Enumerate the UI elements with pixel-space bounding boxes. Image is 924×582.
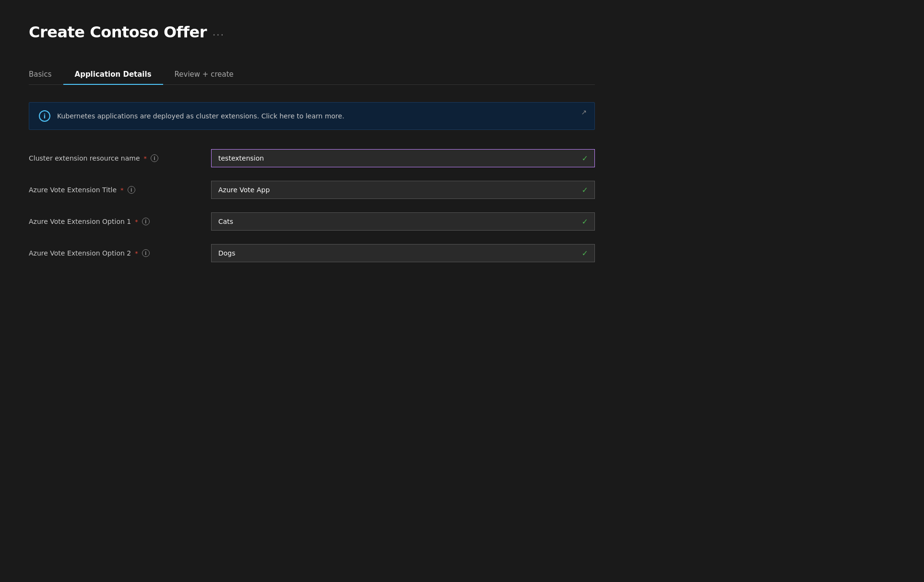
checkmark-azure-vote-title: ✓ xyxy=(582,186,588,195)
checkmark-azure-vote-option1: ✓ xyxy=(582,217,588,226)
required-star-cluster-extension: * xyxy=(144,155,147,162)
form-section: Cluster extension resource name * i ✓ Az… xyxy=(29,149,595,262)
form-row-azure-vote-title: Azure Vote Extension Title * i ✓ xyxy=(29,181,595,199)
label-group-cluster-extension: Cluster extension resource name * i xyxy=(29,154,192,162)
info-icon-cluster-extension[interactable]: i xyxy=(151,154,158,162)
ellipsis-menu[interactable]: ... xyxy=(213,26,225,38)
label-azure-vote-title: Azure Vote Extension Title xyxy=(29,186,117,194)
label-group-azure-vote-title: Azure Vote Extension Title * i xyxy=(29,186,192,194)
input-cluster-extension[interactable] xyxy=(211,149,595,167)
form-row-azure-vote-option2: Azure Vote Extension Option 2 * i ✓ xyxy=(29,244,595,262)
tabs-container: Basics Application Details Review + crea… xyxy=(29,64,595,85)
info-circle-icon: i xyxy=(39,110,50,122)
input-azure-vote-title[interactable] xyxy=(211,181,595,199)
input-azure-vote-option1[interactable] xyxy=(211,212,595,231)
label-azure-vote-option2: Azure Vote Extension Option 2 xyxy=(29,249,131,257)
expand-icon[interactable]: ↗ xyxy=(581,108,587,116)
form-row-cluster-extension: Cluster extension resource name * i ✓ xyxy=(29,149,595,167)
tab-review-create[interactable]: Review + create xyxy=(163,64,245,84)
input-azure-vote-option2[interactable] xyxy=(211,244,595,262)
input-wrapper-azure-vote-option2: ✓ xyxy=(211,244,595,262)
tab-basics[interactable]: Basics xyxy=(29,64,63,84)
page-title: Create Contoso Offer xyxy=(29,23,207,41)
tab-application-details[interactable]: Application Details xyxy=(63,64,163,84)
required-star-azure-vote-option2: * xyxy=(135,250,138,257)
label-group-azure-vote-option1: Azure Vote Extension Option 1 * i xyxy=(29,218,192,225)
info-banner: i Kubernetes applications are deployed a… xyxy=(29,102,595,130)
label-cluster-extension: Cluster extension resource name xyxy=(29,154,140,162)
label-group-azure-vote-option2: Azure Vote Extension Option 2 * i xyxy=(29,249,192,257)
info-icon-azure-vote-option2[interactable]: i xyxy=(142,249,150,257)
required-star-azure-vote-option1: * xyxy=(135,218,138,225)
label-azure-vote-option1: Azure Vote Extension Option 1 xyxy=(29,218,131,225)
required-star-azure-vote-title: * xyxy=(120,186,124,194)
info-icon-azure-vote-option1[interactable]: i xyxy=(142,218,150,225)
checkmark-azure-vote-option2: ✓ xyxy=(582,249,588,258)
form-row-azure-vote-option1: Azure Vote Extension Option 1 * i ✓ xyxy=(29,212,595,231)
input-wrapper-azure-vote-title: ✓ xyxy=(211,181,595,199)
info-icon-azure-vote-title[interactable]: i xyxy=(128,186,135,194)
input-wrapper-azure-vote-option1: ✓ xyxy=(211,212,595,231)
input-wrapper-cluster-extension: ✓ xyxy=(211,149,595,167)
checkmark-cluster-extension: ✓ xyxy=(582,154,588,163)
info-banner-text[interactable]: Kubernetes applications are deployed as … xyxy=(57,112,344,120)
page-title-row: Create Contoso Offer ... xyxy=(29,23,595,41)
